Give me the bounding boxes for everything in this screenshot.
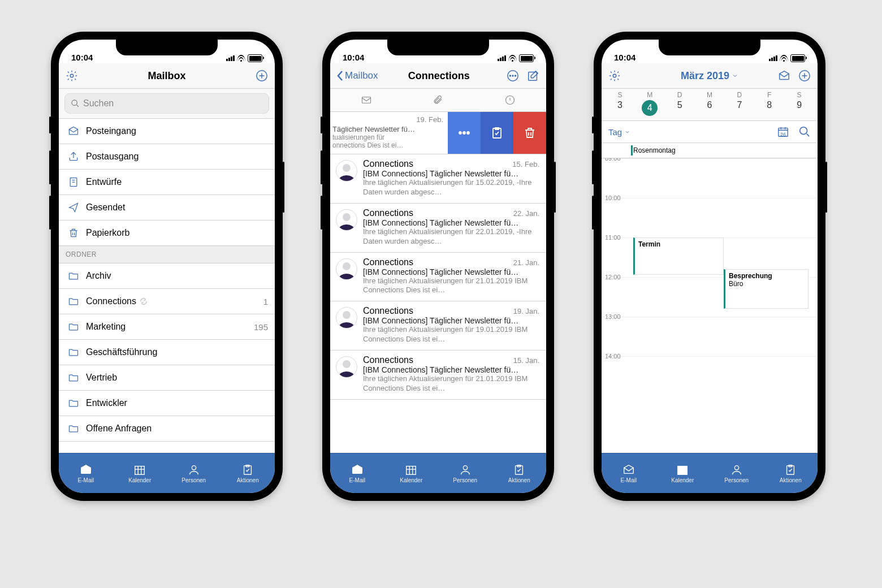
tab-actions[interactable]: Aktionen	[764, 453, 818, 493]
folders-section-header: ORDNER	[59, 246, 275, 263]
swipe-delete-button[interactable]	[513, 112, 546, 154]
gear-icon[interactable]	[66, 70, 78, 82]
battery-icon	[248, 54, 262, 62]
tab-bar: E-MailKalenderPersonenAktionen	[602, 453, 818, 493]
tab-actions[interactable]: Aktionen	[492, 453, 547, 493]
allday-marker	[631, 145, 633, 155]
system-folder-row[interactable]: Postausgang	[59, 144, 275, 170]
day-number: 4	[642, 100, 658, 116]
message-date: 22. Jan.	[513, 209, 539, 218]
weekday-label: D	[724, 91, 754, 99]
folder-icon	[66, 296, 81, 307]
wifi-icon	[508, 55, 517, 62]
weekday-label: F	[754, 91, 784, 99]
tab-email[interactable]: E-Mail	[59, 453, 113, 493]
folder-label: Posteingang	[86, 126, 136, 136]
folder-label: Postausgang	[86, 152, 139, 162]
folder-label: Marketing	[86, 322, 126, 332]
calendar-event[interactable]: Termin	[633, 237, 724, 275]
day-cell[interactable]: 7	[724, 100, 754, 116]
tab-calendar[interactable]: Kalender	[656, 453, 710, 493]
swiped-message-row[interactable]: 19. Feb. Täglicher Newsletter fü… tualis…	[330, 112, 546, 154]
gear-icon[interactable]	[608, 70, 621, 82]
back-button[interactable]: Mailbox	[337, 70, 378, 81]
tab-email[interactable]: E-Mail	[330, 453, 384, 493]
message-date: 15. Jan.	[513, 356, 539, 365]
folder-row[interactable]: Geschäftsführung	[59, 340, 275, 365]
system-folder-row[interactable]: Posteingang	[59, 119, 275, 144]
tab-actions[interactable]: Aktionen	[221, 453, 275, 493]
chevron-down-icon	[732, 72, 738, 79]
calendar-grid[interactable]: 09:0010:0011:0012:0013:0014:00TerminBesp…	[602, 158, 818, 453]
day-cell[interactable]: 6	[695, 100, 725, 116]
message-date: 19. Jan.	[513, 307, 539, 315]
swipe-task-button[interactable]	[481, 112, 513, 154]
message-row[interactable]: Connections22. Jan. [IBM Connections] Tä…	[330, 204, 546, 253]
search-icon[interactable]	[798, 126, 811, 138]
weekday-label: M	[635, 91, 665, 99]
month-picker[interactable]: März 2019	[681, 70, 738, 82]
day-cell[interactable]: 4	[635, 100, 665, 116]
plus-icon[interactable]	[256, 70, 268, 82]
avatar	[336, 209, 357, 231]
system-folder-row[interactable]: Papierkorb	[59, 220, 275, 246]
message-row[interactable]: Connections19. Jan. [IBM Connections] Tä…	[330, 301, 546, 351]
day-cell[interactable]: 3	[605, 100, 635, 116]
phone-messages: 10:04 Mailbox Connections 19. Feb. Tä	[322, 32, 554, 501]
tab-people[interactable]: Personen	[710, 453, 764, 493]
message-subject: [IBM Connections] Täglicher Newsletter f…	[363, 267, 539, 276]
message-date: 19. Feb.	[332, 115, 443, 124]
tab-people[interactable]: Personen	[438, 453, 492, 493]
hour-label: 11:00	[605, 234, 621, 241]
tab-label: Aktionen	[780, 477, 802, 483]
message-preview: Ihre täglichen Aktualisierungen für 22.0…	[363, 227, 539, 247]
folder-row[interactable]: Vertrieb	[59, 365, 275, 391]
search-input[interactable]: Suchen	[64, 93, 269, 114]
tab-label: Kalender	[128, 477, 151, 483]
day-number: 9	[797, 100, 802, 110]
day-cell[interactable]: 5	[665, 100, 695, 116]
calendar-event[interactable]: BesprechungBüro	[724, 269, 808, 309]
inbox-icon[interactable]	[778, 70, 790, 82]
notch	[659, 40, 760, 55]
system-folder-row[interactable]: Entwürfe	[59, 170, 275, 195]
message-list[interactable]: 19. Feb. Täglicher Newsletter fü… tualis…	[330, 112, 546, 453]
hour-label: 12:00	[605, 274, 621, 280]
tab-label: Kalender	[671, 477, 694, 483]
tab-email[interactable]: E-Mail	[602, 453, 656, 493]
swipe-more-button[interactable]	[448, 112, 481, 154]
allday-row[interactable]: Rosenmontag	[602, 143, 818, 158]
tab-calendar[interactable]: Kalender	[113, 453, 167, 493]
plus-icon[interactable]	[798, 70, 811, 82]
svg-point-19	[463, 465, 467, 469]
day-cell[interactable]: 9	[784, 100, 814, 116]
day-number: 6	[707, 100, 712, 110]
folder-label: Gesendet	[86, 202, 125, 213]
folder-row[interactable]: Entwickler	[59, 391, 275, 416]
message-row[interactable]: Connections15. Feb. [IBM Connections] Tä…	[330, 154, 546, 204]
folder-label: Vertrieb	[86, 373, 117, 383]
message-row[interactable]: Connections21. Jan. [IBM Connections] Tä…	[330, 253, 546, 302]
folder-row[interactable]: Connections 1	[59, 289, 275, 314]
folder-row[interactable]: Marketing 195	[59, 314, 275, 340]
more-options-icon[interactable]	[507, 70, 519, 82]
tab-people[interactable]: Personen	[167, 453, 221, 493]
mailbox-list[interactable]: Posteingang Postausgang Entwürfe Gesende…	[59, 119, 275, 453]
system-folder-row[interactable]: Gesendet	[59, 195, 275, 220]
svg-rect-18	[407, 466, 416, 474]
weekday-label: S	[605, 91, 635, 99]
filter-important[interactable]	[474, 89, 546, 111]
message-row[interactable]: Connections15. Jan. [IBM Connections] Tä…	[330, 351, 546, 400]
tab-calendar[interactable]: Kalender	[384, 453, 439, 493]
nav-title: Connections	[408, 70, 470, 82]
day-cell[interactable]: 8	[754, 100, 784, 116]
view-picker[interactable]: Tag	[608, 127, 630, 137]
today-icon[interactable]: 26	[777, 126, 789, 138]
folder-row[interactable]: Offene Anfragen	[59, 416, 275, 442]
message-subject: [IBM Connections] Täglicher Newsletter f…	[363, 169, 539, 178]
filter-attachments[interactable]	[402, 89, 474, 111]
signal-icon	[226, 55, 235, 61]
compose-icon[interactable]	[527, 70, 539, 82]
folder-row[interactable]: Archiv	[59, 263, 275, 289]
filter-unread[interactable]	[330, 89, 402, 111]
